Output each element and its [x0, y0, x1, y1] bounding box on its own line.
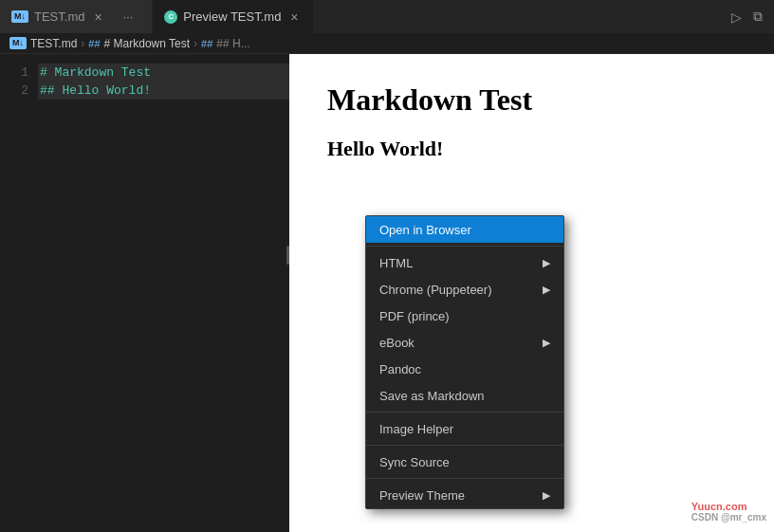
menu-label-open-in-browser: Open in Browser	[379, 223, 471, 237]
menu-item-html[interactable]: HTML ▶	[366, 249, 563, 276]
menu-item-pdf-prince[interactable]: PDF (prince)	[366, 303, 563, 329]
watermark-subtext: CSDN @mr_cmx	[691, 512, 766, 523]
editor-line-2-text: ## Hello World!	[38, 82, 289, 100]
menu-separator-3	[366, 445, 563, 446]
breadcrumb-h2[interactable]: ## H...	[216, 37, 249, 50]
editor-content: 1 2 # Markdown Test ## Hello World!	[0, 54, 289, 532]
menu-label-sync-source: Sync Source	[379, 455, 450, 469]
menu-label-pandoc: Pandoc	[379, 362, 421, 376]
menu-separator-1	[366, 246, 563, 247]
split-editor-button[interactable]: ⧉	[749, 7, 766, 27]
md-icon: M↓	[11, 10, 28, 23]
menu-item-open-in-browser[interactable]: Open in Browser	[366, 216, 563, 243]
menu-label-image-helper: Image Helper	[379, 422, 453, 436]
editor-lines[interactable]: # Markdown Test ## Hello World!	[38, 62, 289, 524]
menu-arrow-chrome: ▶	[543, 284, 550, 296]
preview-h1: Markdown Test	[327, 83, 736, 118]
menu-arrow-html: ▶	[543, 257, 550, 269]
tab-preview-label: Preview TEST.md	[183, 9, 281, 24]
breadcrumb-h1-icon: ##	[88, 38, 100, 49]
menu-item-pandoc[interactable]: Pandoc	[366, 356, 563, 382]
tab-more-button[interactable]: ···	[115, 9, 140, 24]
tab-test-md[interactable]: M↓ TEST.md × ···	[0, 0, 153, 33]
menu-label-preview-theme: Preview Theme	[379, 488, 465, 503]
editor-line-1-text: # Markdown Test	[38, 64, 289, 82]
main-area: 1 2 # Markdown Test ## Hello World! Mark…	[0, 54, 774, 532]
watermark-text: Yuucn.com	[691, 501, 766, 512]
preview-h2: Hello World!	[327, 137, 736, 161]
menu-label-chrome-puppeteer: Chrome (Puppeteer)	[379, 283, 492, 297]
play-button[interactable]: ▷	[728, 8, 746, 27]
menu-item-image-helper[interactable]: Image Helper	[366, 415, 563, 442]
tab-spacer	[314, 0, 720, 33]
menu-label-pdf-prince: PDF (prince)	[379, 309, 450, 323]
breadcrumb-sep-2: ›	[194, 37, 197, 50]
menu-separator-4	[366, 478, 563, 479]
context-menu: Open in Browser HTML ▶ Chrome (Puppeteer…	[365, 215, 564, 509]
tab-bar: M↓ TEST.md × ··· C Preview TEST.md × ▷ ⧉	[0, 0, 774, 33]
tab-test-md-label: TEST.md	[34, 9, 84, 24]
menu-item-sync-source[interactable]: Sync Source	[366, 449, 563, 475]
menu-item-ebook[interactable]: eBook ▶	[366, 329, 563, 356]
tab-preview-close[interactable]: ×	[286, 9, 302, 25]
line-number-2: 2	[0, 82, 28, 100]
breadcrumb-sep-1: ›	[81, 37, 84, 50]
editor-panel: 1 2 # Markdown Test ## Hello World!	[0, 54, 289, 532]
preview-panel: Markdown Test Hello World! Open in Brows…	[289, 54, 774, 532]
tab-preview-test-md[interactable]: C Preview TEST.md ×	[153, 0, 314, 33]
menu-label-ebook: eBook	[379, 336, 415, 350]
menu-item-save-as-markdown[interactable]: Save as Markdown	[366, 382, 563, 409]
line-numbers: 1 2	[0, 62, 38, 524]
watermark: Yuucn.com CSDN @mr_cmx	[691, 501, 766, 523]
menu-arrow-preview-theme: ▶	[543, 489, 550, 502]
breadcrumb: M↓ TEST.md › ## # Markdown Test › ## ## …	[0, 33, 774, 54]
tab-toolbar: ▷ ⧉	[720, 0, 774, 33]
menu-label-html: HTML	[379, 256, 413, 270]
breadcrumb-h1[interactable]: # Markdown Test	[104, 37, 191, 50]
breadcrumb-h2-icon: ##	[201, 38, 212, 49]
line-number-1: 1	[0, 64, 28, 82]
breadcrumb-md-icon: M↓	[9, 37, 27, 49]
menu-label-save-as-markdown: Save as Markdown	[379, 389, 485, 403]
menu-arrow-ebook: ▶	[543, 337, 550, 349]
tab-test-md-close[interactable]: ×	[90, 9, 105, 25]
breadcrumb-filename[interactable]: TEST.md	[30, 37, 77, 50]
preview-icon: C	[164, 10, 177, 24]
menu-item-preview-theme[interactable]: Preview Theme ▶	[366, 482, 563, 508]
editor-line-1: # Markdown Test	[38, 64, 289, 82]
menu-separator-2	[366, 412, 563, 413]
editor-line-2: ## Hello World!	[38, 82, 289, 100]
menu-item-chrome-puppeteer[interactable]: Chrome (Puppeteer) ▶	[366, 276, 563, 303]
